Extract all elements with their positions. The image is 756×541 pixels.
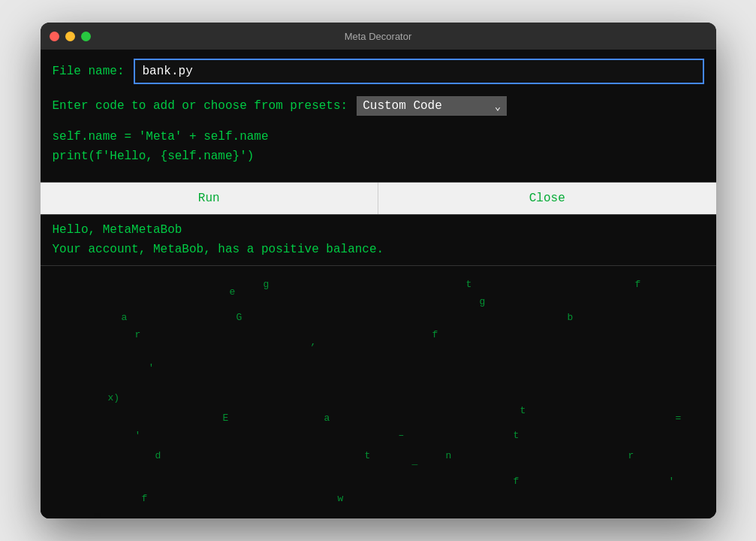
scatter-char: d	[155, 450, 161, 461]
scatter-char: f	[432, 329, 438, 340]
code-area: self.name = 'Meta' + self.name print(f'H…	[41, 122, 716, 182]
scatter-char: f	[142, 493, 148, 504]
presets-row: Enter code to add or choose from presets…	[41, 93, 716, 122]
output-area: Hello, MetaMetaBob Your account, MetaBob…	[41, 215, 716, 265]
window-title: Meta Decorator	[345, 31, 412, 42]
code-line-2: print(f'Hello, {self.name}')	[53, 147, 704, 167]
scatter-char: t	[365, 450, 371, 461]
scatter-char: r	[628, 450, 634, 461]
output-line-1: Hello, MetaMetaBob	[53, 221, 704, 240]
presets-label: Enter code to add or choose from presets…	[53, 99, 348, 113]
maximize-button[interactable]	[81, 32, 91, 41]
close-button[interactable]	[50, 32, 59, 41]
output-line-2: Your account, MetaBob, has a positive ba…	[53, 240, 704, 260]
presets-select-wrapper: Custom Code Preset 1 Preset 2	[357, 96, 507, 116]
scatter-char: a	[122, 312, 128, 323]
main-window: Meta Decorator File name: Enter code to …	[41, 23, 716, 518]
run-button[interactable]: Run	[41, 183, 379, 214]
file-name-label: File name:	[53, 65, 125, 78]
buttons-row: Run Close	[41, 183, 716, 214]
titlebar: Meta Decorator	[41, 23, 716, 50]
scatter-char: '	[149, 362, 155, 373]
scatter-char: w	[338, 493, 344, 504]
presets-select[interactable]: Custom Code Preset 1 Preset 2	[357, 96, 507, 116]
scatter-char: '	[669, 476, 675, 487]
scatter-char: .	[95, 513, 101, 518]
scatter-char: G	[236, 312, 242, 323]
scatter-char: g	[264, 279, 270, 290]
scatter-char: '	[135, 430, 141, 441]
scatter-char: =	[676, 413, 682, 424]
scatter-char: t	[514, 430, 520, 441]
scatter-char: t	[520, 405, 526, 416]
scatter-char: f	[514, 476, 520, 487]
scatter-char: _	[412, 455, 418, 467]
minimize-button[interactable]	[65, 32, 75, 41]
close-window-button[interactable]: Close	[378, 183, 716, 214]
code-line-1: self.name = 'Meta' + self.name	[53, 128, 704, 147]
main-content: File name: Enter code to add or choose f…	[41, 50, 716, 518]
scatter-char: ,	[311, 337, 317, 348]
traffic-lights	[50, 32, 91, 41]
file-name-row: File name:	[41, 50, 716, 93]
scatter-char: b	[568, 312, 574, 323]
scatter-char: x)	[108, 392, 120, 403]
scatter-area: getfagrG,fb'x)Eat='–tdtn_rf'fw.o'	[41, 266, 716, 518]
scatter-char: E	[223, 413, 229, 424]
scatter-char: r	[135, 329, 141, 340]
file-name-input[interactable]	[134, 59, 704, 84]
scatter-char: t	[466, 279, 472, 290]
scatter-char: n	[446, 450, 452, 461]
scatter-char: e	[230, 286, 236, 298]
scatter-char: a	[324, 413, 330, 424]
scatter-char: g	[480, 296, 486, 307]
scatter-char: f	[635, 279, 641, 290]
scatter-char: –	[399, 430, 405, 441]
